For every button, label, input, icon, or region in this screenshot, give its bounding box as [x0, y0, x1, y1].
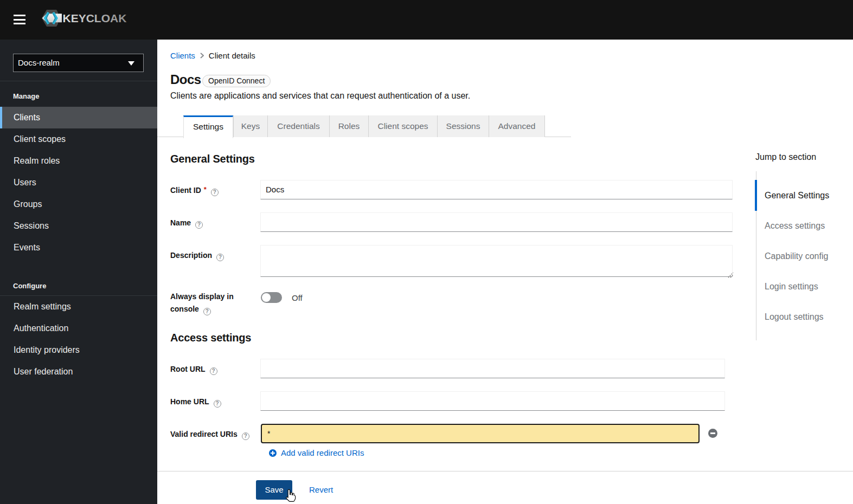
svg-text:KEYCLOAK: KEYCLOAK: [63, 12, 127, 24]
